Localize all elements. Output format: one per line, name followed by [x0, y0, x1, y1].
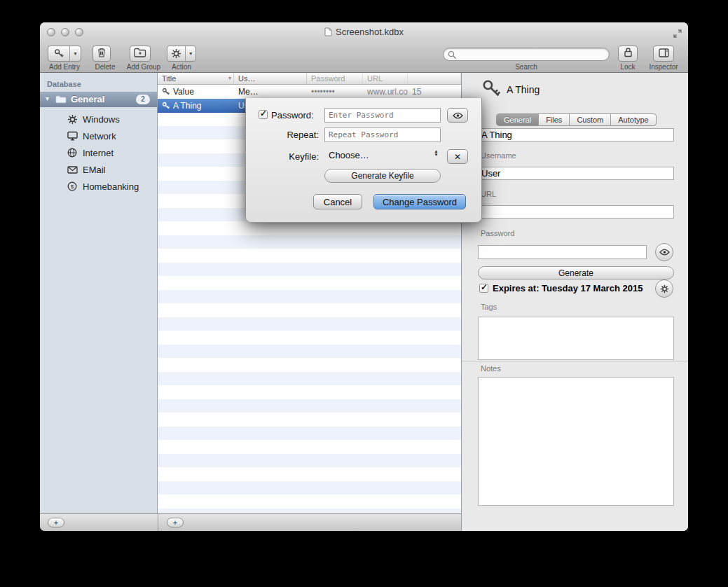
change-password-button[interactable]: Change Password: [373, 194, 466, 209]
tab-custom[interactable]: Custom: [570, 114, 611, 125]
monitor-icon: [67, 131, 78, 141]
sidebar-item-label: Windows: [83, 114, 120, 125]
show-password-button[interactable]: [655, 243, 673, 261]
inspector-panel-icon: [659, 48, 669, 60]
divider: [158, 514, 158, 531]
username-label: Username: [481, 151, 516, 160]
tab-autotype[interactable]: Autotype: [611, 114, 655, 125]
generate-keyfile-button[interactable]: Generate Keyfile: [324, 169, 441, 183]
sidebar-item-email[interactable]: EMail: [40, 161, 157, 178]
sidebar-item-label: Homebanking: [83, 181, 139, 192]
window-chrome: Screenshot.kdbx ▾ Add Entry Delete Add G…: [40, 22, 688, 73]
sidebar-item-label: Network: [83, 131, 116, 141]
inspector-label: Inspector: [639, 63, 688, 71]
url-field[interactable]: [478, 205, 674, 219]
password-field[interactable]: [478, 245, 647, 259]
column-header-password[interactable]: Password: [307, 73, 363, 84]
password-label: Password: [481, 229, 514, 237]
sidebar-item-label: EMail: [83, 165, 106, 175]
search-field[interactable]: [443, 48, 610, 61]
tab-files[interactable]: Files: [539, 114, 570, 125]
enter-password-field[interactable]: [324, 108, 441, 123]
document-icon: [324, 27, 332, 36]
app-window: Screenshot.kdbx ▾ Add Entry Delete Add G…: [40, 22, 688, 531]
search-icon: [448, 50, 457, 60]
sidebar-item-windows[interactable]: Windows: [40, 111, 157, 127]
delete-button[interactable]: [92, 46, 111, 62]
key-icon: [48, 46, 69, 61]
sheet-repeat-label: Repeat:: [260, 130, 319, 140]
envelope-icon: [67, 166, 78, 174]
clear-keyfile-button[interactable]: ✕: [447, 149, 468, 164]
window-title-text: Screenshot.kdbx: [336, 27, 404, 37]
section-divider: [462, 361, 688, 361]
action-button[interactable]: ▾: [167, 46, 196, 62]
gear-icon: [167, 46, 185, 61]
expires-checkbox[interactable]: ✓: [479, 284, 488, 293]
column-header-extra[interactable]: [408, 73, 461, 84]
chevron-down-icon[interactable]: ▾: [69, 46, 81, 61]
expires-settings-button[interactable]: [655, 279, 673, 298]
stepper-arrows-icon: ▲▼: [433, 149, 439, 156]
table-row[interactable]: Value Me… •••••••• www.url.com 15: [158, 85, 461, 99]
add-entry-plus-button[interactable]: +: [167, 518, 184, 527]
column-header-title[interactable]: Title▾: [158, 73, 234, 84]
window-title: Screenshot.kdbx: [40, 22, 688, 42]
add-entry-button[interactable]: ▾: [48, 46, 81, 62]
sheet-show-password-button[interactable]: [447, 108, 468, 123]
sidebar-group-label: General: [71, 94, 104, 104]
chevron-down-icon[interactable]: ▾: [185, 46, 195, 61]
sidebar: Database ▾ General 2 Windows Network Int…: [40, 73, 158, 513]
cancel-button[interactable]: Cancel: [313, 194, 362, 209]
notes-field[interactable]: [478, 377, 674, 506]
inspector-panel: A Thing General Files Custom Autotype Us…: [461, 73, 688, 531]
eye-icon: [453, 112, 463, 119]
tags-field[interactable]: [478, 317, 674, 360]
action-label: Action: [157, 63, 206, 71]
notes-label: Notes: [481, 364, 501, 373]
column-header-username[interactable]: Us…: [234, 73, 307, 84]
eye-icon: [659, 249, 670, 256]
close-x-icon: ✕: [454, 152, 461, 162]
folder-icon: [55, 95, 67, 104]
search-input[interactable]: [459, 49, 603, 60]
gear-icon: [67, 114, 78, 125]
padlock-icon: [624, 47, 633, 60]
entry-count-badge: 2: [136, 95, 150, 104]
tags-label: Tags: [481, 303, 497, 311]
disclosure-triangle-icon[interactable]: ▾: [46, 95, 49, 102]
repeat-password-field[interactable]: [324, 127, 441, 142]
keyfile-popup[interactable]: Choose… ▲▼: [324, 148, 444, 163]
add-group-plus-button[interactable]: +: [48, 518, 64, 527]
title-field[interactable]: [478, 128, 674, 141]
table-header: Title▾ Us… Password URL: [158, 73, 461, 85]
username-field[interactable]: [478, 167, 674, 180]
inspector-button[interactable]: [653, 46, 674, 62]
sidebar-header: Database: [47, 80, 81, 88]
inspector-entry-title: A Thing: [507, 84, 540, 95]
gear-icon: [660, 284, 669, 294]
entry-url: www.url.com: [363, 85, 408, 99]
entry-title: A Thing: [173, 101, 201, 111]
entry-password: ••••••••: [307, 85, 363, 99]
search-label: Search: [502, 63, 551, 71]
entry-modified: 15: [408, 85, 461, 99]
password-checkbox[interactable]: ✓: [259, 110, 268, 119]
add-group-button[interactable]: [130, 46, 151, 62]
checkmark-icon: ✓: [260, 109, 267, 118]
url-label: URL: [481, 190, 496, 198]
column-header-url[interactable]: URL: [363, 73, 408, 84]
sidebar-item-internet[interactable]: Internet: [40, 144, 157, 161]
generate-password-button[interactable]: Generate: [478, 266, 674, 279]
entry-username: Me…: [234, 85, 307, 99]
banking-icon: $: [67, 181, 77, 191]
svg-text:$: $: [71, 184, 74, 190]
fullscreen-icon[interactable]: [673, 28, 682, 41]
keyfile-popup-value: Choose…: [329, 150, 369, 160]
sidebar-item-network[interactable]: Network: [40, 127, 157, 144]
tab-general[interactable]: General: [497, 114, 539, 125]
lock-button[interactable]: [618, 46, 638, 62]
expires-label: Expires at: Tuesday 17 March 2015: [493, 283, 643, 294]
sidebar-item-homebanking[interactable]: $ Homebanking: [40, 178, 157, 195]
sidebar-group-general[interactable]: ▾ General 2: [40, 92, 157, 107]
